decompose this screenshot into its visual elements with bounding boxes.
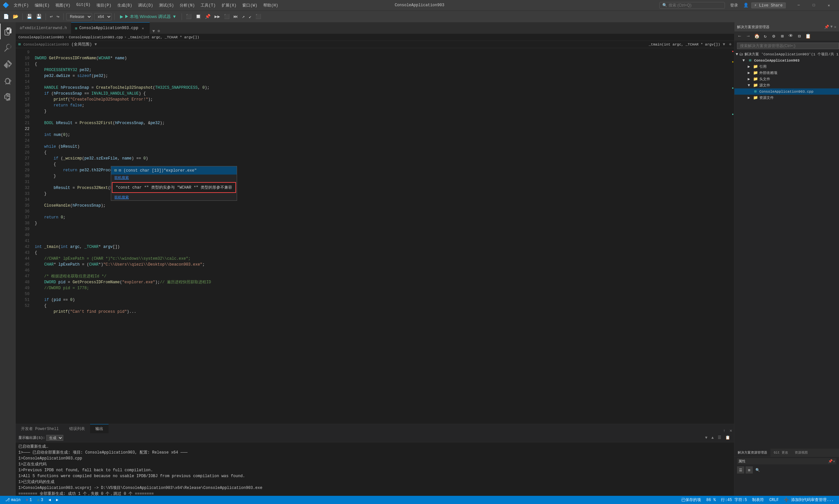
bottom-panel-close[interactable]: ✕ (727, 428, 734, 433)
function-scope[interactable]: _tmain(int argc, _TCHAR * argv[]) (649, 42, 720, 47)
menu-edit[interactable]: 编辑(E) (32, 2, 52, 9)
nav-forward[interactable]: ▶ (53, 496, 61, 504)
solution-search-input[interactable] (737, 42, 839, 49)
signin-button[interactable]: 登录 (727, 3, 741, 8)
tree-solution-root[interactable]: ▼ 🗂 解决方案 'ConsoleApplication903'(1 个项目/共… (734, 51, 839, 57)
sol-btab-git[interactable]: Git 更改 (770, 449, 791, 456)
debug-activity-icon[interactable] (0, 73, 16, 88)
sol-btn-back[interactable]: ← (736, 32, 743, 40)
sol-btab-solution[interactable]: 解决方案资源管理器 (734, 449, 770, 456)
nav-back[interactable]: ◀ (46, 496, 53, 504)
add-code-review[interactable]: ➕ 添加到代码审查管理... (781, 496, 836, 504)
sol-btn-preview[interactable]: 👁 (787, 32, 795, 40)
breadcrumb-project[interactable]: ConsoleApplication903 (18, 35, 64, 39)
extensions-activity-icon[interactable] (0, 89, 16, 105)
search-activity-icon[interactable] (0, 40, 16, 56)
online-search-link-1[interactable]: 联机搜索 (115, 176, 129, 180)
menu-project[interactable]: 项目(P) (94, 2, 114, 9)
tree-source-files[interactable]: ▼ 📁 源文件 (734, 82, 839, 88)
menu-window[interactable]: 窗口(W) (240, 2, 260, 9)
sol-btn-forward[interactable]: → (744, 32, 752, 40)
menu-test[interactable]: 测试(S) (156, 2, 177, 9)
global-search-input[interactable] (668, 3, 718, 7)
live-share-button[interactable]: ⚡ Live Share (751, 2, 786, 8)
bottom-tab-errors[interactable]: 错误列表 (64, 424, 90, 433)
menu-analyze[interactable]: 分析(N) (177, 2, 198, 9)
tab-consoleapp[interactable]: ⊞ ConsoleApplication903.cpp ✕ (71, 22, 150, 34)
toolbar-btn-g[interactable]: ↗ (241, 13, 246, 20)
menu-debug[interactable]: 调试(D) (135, 2, 156, 9)
toolbar-btn-i[interactable]: ⬛ (254, 13, 262, 20)
toolbar-btn-a[interactable]: ⬛ (185, 13, 193, 20)
menu-view[interactable]: 视图(V) (53, 2, 73, 9)
sol-btab-resource[interactable]: 资源视图 (791, 449, 811, 456)
maximize-button[interactable]: □ (806, 0, 821, 11)
tab-panel-toggle[interactable]: ▼ (151, 29, 156, 34)
build-config-dropdown[interactable]: Release (66, 13, 92, 20)
vertical-scrollbar[interactable] (730, 48, 734, 424)
run-debug-button[interactable]: ▶ ▶ 本地 Windows 调试器 ▼ (117, 13, 179, 20)
tab-afxmdi[interactable]: afxmdiclientarewnd.h (16, 22, 71, 34)
sol-btn-collapse[interactable]: ⊟ (795, 32, 803, 40)
props-btn-2[interactable]: ⊞ (746, 466, 753, 473)
tree-header-files[interactable]: ▶ 📁 头文件 (734, 76, 839, 82)
undo-btn[interactable]: ↩ (49, 13, 54, 20)
properties-pin[interactable]: 📌 (828, 459, 833, 463)
git-branch-status[interactable]: ⎇ main (3, 496, 23, 504)
menu-tools[interactable]: 工具(T) (198, 2, 218, 9)
output-btn-1[interactable]: ▼ (704, 435, 709, 440)
output-btn-4[interactable]: 📋 (724, 435, 732, 440)
sol-btn-filter[interactable]: ⊞ (778, 32, 786, 40)
sol-header-pin[interactable]: 📌 (824, 24, 829, 30)
output-source-select[interactable]: 生成 (46, 435, 63, 441)
menu-build[interactable]: 生成(B) (115, 2, 135, 9)
open-file-btn[interactable]: 📂 (12, 13, 20, 20)
code-content[interactable]: DWORD GetProcessIDFromName(WCHAR* name) … (32, 48, 730, 424)
online-search-link-2[interactable]: 联机搜索 (115, 196, 129, 199)
menu-help[interactable]: 帮助(H) (261, 2, 281, 9)
tree-resource-files[interactable]: ▶ 📁 资源文件 (734, 95, 839, 101)
bottom-panel-up[interactable]: ↑ (721, 428, 727, 433)
sol-header-dropdown[interactable]: ▼ (831, 24, 833, 29)
save-all-btn[interactable]: 💾 (35, 13, 43, 20)
scope-dropdown[interactable]: (全局范围) (71, 41, 92, 47)
breadcrumb-function[interactable]: _tmain(int argc, _TCHAR * argv[]) (128, 35, 199, 39)
menu-git[interactable]: Git(G) (74, 2, 93, 9)
sol-header-close[interactable]: ✕ (834, 24, 836, 30)
redo-btn[interactable]: ↪ (55, 13, 60, 20)
minimize-button[interactable]: ─ (791, 0, 806, 11)
line-ending-status[interactable]: CRLF (767, 496, 781, 504)
sol-btn-refresh[interactable]: ↻ (761, 32, 769, 40)
explorer-activity-icon[interactable] (0, 23, 16, 39)
toolbar-btn-h[interactable]: ↙ (247, 13, 253, 20)
encoding-status[interactable]: 制表符 (750, 496, 767, 504)
bottom-tab-output[interactable]: 输出 (90, 424, 108, 433)
tree-references[interactable]: ▶ 📁 引用 (734, 64, 839, 70)
output-btn-3[interactable]: ☰ (716, 435, 723, 440)
panel-add-btn[interactable]: ⊕ (729, 42, 732, 47)
line-col-status[interactable]: 行:45 字符:5 (718, 496, 750, 504)
props-btn-3[interactable]: 🔍 (754, 466, 761, 473)
errors-status[interactable]: ✕ 1 (23, 496, 34, 504)
close-button[interactable]: ✕ (821, 0, 836, 11)
tree-external-deps[interactable]: ▶ 📁 外部依赖项 (734, 70, 839, 76)
quickfix-item-1[interactable]: ⊡ ⊡ (const char [13])"explorer.exe" (111, 166, 237, 175)
tree-cpp-file[interactable]: ⊞ ConsoleApplication903.cpp (734, 88, 839, 95)
sol-btn-home[interactable]: 🏠 (753, 32, 760, 40)
warnings-status[interactable]: ⚠ 3 (34, 496, 46, 504)
sol-btn-props[interactable]: 📋 (804, 32, 812, 40)
zoom-level[interactable]: 86 % (704, 496, 718, 504)
new-tab-btn[interactable]: ⊕ (156, 29, 161, 34)
code-editor[interactable]: 910111213 1415161718 192021 22 232425262… (16, 48, 734, 424)
new-file-btn[interactable]: 📄 (2, 13, 10, 20)
menu-file[interactable]: 文件(F) (11, 2, 32, 9)
props-btn-1[interactable]: ☰ (737, 466, 744, 473)
tree-project[interactable]: ▼ ⊞ ConsoleApplication903 (734, 57, 839, 64)
output-btn-2[interactable]: ▲ (710, 435, 715, 440)
properties-close[interactable]: ✕ (833, 459, 835, 463)
sol-btn-settings[interactable]: ⚙ (770, 32, 778, 40)
git-activity-icon[interactable] (0, 56, 16, 72)
toolbar-btn-f[interactable]: ⏭ (232, 14, 239, 20)
menu-extensions[interactable]: 扩展(X) (219, 2, 239, 9)
save-btn[interactable]: 💾 (25, 13, 33, 20)
